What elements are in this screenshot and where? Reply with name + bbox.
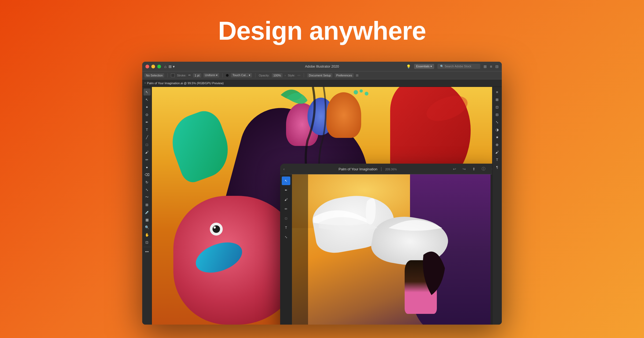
eraser-tool[interactable]: ⌫ <box>144 171 151 178</box>
layers-panel-icon[interactable]: ≡ <box>494 89 501 95</box>
brushes-panel-icon[interactable]: 🖌 <box>494 149 501 156</box>
main-area: ↖ ↖ ✦ ⊙ ✒ T ╱ □ 🖌 ✏ ● ⌫ ↻ ⤡ 〜 ⊞ 💉 ▦ 🔍 ✋ … <box>142 87 502 325</box>
essentials-button[interactable]: Essentials ▾ <box>414 64 434 69</box>
mobile-transform-tool[interactable]: ⤡ <box>282 233 290 241</box>
stroke-icon: ✏ <box>188 74 191 77</box>
search-adobe-stock[interactable]: 🔍 Search Adobe Stock <box>437 64 480 69</box>
layout-icon[interactable]: ≡ <box>490 64 492 69</box>
mobile-select-tool[interactable]: ↖ <box>282 177 290 185</box>
mobile-title-actions: ↩ ↪ ⬆ ⓘ ⚙ <box>451 165 492 173</box>
arrange-icon[interactable]: ⊞ <box>484 64 487 69</box>
more-options-icon[interactable]: ⊞ <box>356 74 358 77</box>
stroke-type[interactable]: Uniform ▾ <box>203 73 219 78</box>
mobile-pencil-tool[interactable]: ✏ <box>282 205 290 213</box>
preferences-button[interactable]: Preferences <box>335 73 354 78</box>
selection-dropdown[interactable]: No Selection <box>144 73 164 78</box>
libraries-panel-icon[interactable]: ⊞ <box>494 96 501 103</box>
touch-cal-dropdown[interactable]: Touch Cal... ▾ <box>231 73 252 78</box>
blob-brush-tool[interactable]: ● <box>144 164 151 171</box>
mobile-layers-icon[interactable]: ≡ <box>491 176 492 185</box>
arrow-right-icon: › <box>285 74 286 77</box>
scale-tool[interactable]: ⤡ <box>144 186 151 193</box>
home-icon[interactable]: ⌂ <box>164 64 166 69</box>
shape-tool[interactable]: □ <box>144 141 151 148</box>
mobile-paint-tool[interactable]: 🖌 <box>282 195 290 204</box>
hand-tool[interactable]: ✋ <box>144 231 151 238</box>
zoom-tool[interactable]: 🔍 <box>144 224 151 231</box>
svg-point-1 <box>360 89 363 93</box>
separator <box>222 73 223 78</box>
type-tool[interactable]: T <box>144 126 151 133</box>
grid-icon[interactable]: ⊞ <box>169 64 172 69</box>
type-panel-icon[interactable]: T <box>494 156 501 163</box>
artwork-flower3 <box>326 92 361 138</box>
selection-tool[interactable]: ↖ <box>144 89 151 95</box>
opacity-value[interactable]: 100% <box>272 73 283 78</box>
appearance-panel-icon[interactable]: ◑ <box>494 126 501 133</box>
close-button[interactable] <box>145 65 149 68</box>
gradient-tool[interactable]: ▦ <box>144 216 151 223</box>
mobile-shape-tool[interactable]: □ <box>282 214 290 223</box>
mobile-content: ↖ ✒ 🖌 ✏ □ T ⤡ <box>280 174 492 325</box>
mobile-window: ‹ Palm of Your Imagination | 209.36% ↩ ↪… <box>280 164 492 325</box>
lasso-tool[interactable]: ⊙ <box>144 111 151 118</box>
style-dropdown[interactable] <box>297 75 301 76</box>
app-title: Adobe Illustrator 2020 <box>305 64 339 68</box>
minimize-button[interactable] <box>151 65 155 68</box>
mobile-redo-button[interactable]: ↪ <box>460 165 468 173</box>
tab-name[interactable]: Palm of Your Imagination.ai @ 99.5% (RGB… <box>147 82 224 85</box>
mobile-settings-button[interactable]: ⚙ <box>489 165 492 173</box>
mobile-type-tool[interactable]: T <box>282 223 290 232</box>
paintbrush-tool[interactable]: 🖌 <box>144 149 151 156</box>
magic-wand-tool[interactable]: ✦ <box>144 104 151 111</box>
mobile-back-button[interactable]: ‹ <box>283 167 285 171</box>
mobile-doc-title: Palm of Your Imagination <box>339 167 378 171</box>
tab-bar: × Palm of Your Imagination.ai @ 99.5% (R… <box>142 79 502 87</box>
svg-point-0 <box>354 90 358 94</box>
title-bar-right: 💡 Essentials ▾ 🔍 Search Adobe Stock ⊞ ≡ … <box>406 64 499 69</box>
free-transform-tool[interactable]: ⊞ <box>144 201 151 208</box>
svg-point-2 <box>365 92 368 95</box>
style-label: Style: <box>288 74 295 77</box>
properties-panel-icon[interactable]: ⊡ <box>494 104 501 111</box>
pen-tool[interactable]: ✒ <box>144 119 151 126</box>
right-panel: ≡ ⊞ ⊡ ⊟ ⤡ ◑ ★ ⊛ 🖌 T ¶ <box>492 87 502 325</box>
symbols-panel-icon[interactable]: ⊛ <box>494 141 501 148</box>
pencil-tool[interactable]: ✏ <box>144 156 151 163</box>
tab-close-icon[interactable]: × <box>144 82 146 84</box>
mobile-transform-panel-icon[interactable]: ⊡ <box>491 212 492 221</box>
mobile-share-button[interactable]: ⬆ <box>470 165 478 173</box>
document-setup-button[interactable]: Document Setup <box>307 73 332 78</box>
traffic-lights <box>145 65 161 68</box>
eyedropper-tool[interactable]: 💉 <box>144 209 151 216</box>
fill-swatch[interactable] <box>171 74 175 77</box>
rotate-tool[interactable]: ↻ <box>144 179 151 186</box>
columns-icon[interactable]: ⊟ <box>495 64 499 69</box>
line-tool[interactable]: ╱ <box>144 134 151 141</box>
stroke-label: Stroke: <box>177 74 186 77</box>
canvas-area: ‹ Palm of Your Imagination | 209.36% ↩ ↪… <box>152 87 492 325</box>
touch-cal-icon <box>226 74 229 77</box>
mobile-right-panel: ≡ ⊞ ◑ ⊟ ⊡ <box>491 174 492 325</box>
mobile-align-icon[interactable]: ⊟ <box>491 203 492 212</box>
more-tools[interactable]: ••• <box>144 248 151 255</box>
stroke-value[interactable]: 1 pt <box>193 73 201 78</box>
opacity-label: Opacity: <box>259 74 269 77</box>
direct-selection-tool[interactable]: ↖ <box>144 96 151 103</box>
mobile-properties-icon[interactable]: ⊞ <box>491 185 492 194</box>
mobile-undo-button[interactable]: ↩ <box>451 165 458 173</box>
mobile-canvas <box>292 174 491 325</box>
mobile-info-button[interactable]: ⓘ <box>480 165 487 173</box>
artboard-tool[interactable]: ⊡ <box>144 239 151 246</box>
maximize-button[interactable] <box>157 65 161 68</box>
desktop-window: ⌂ ⊞ ▾ Adobe Illustrator 2020 💡 Essential… <box>142 62 502 325</box>
canvas-artwork: ‹ Palm of Your Imagination | 209.36% ↩ ↪… <box>152 87 492 325</box>
graphic-styles-icon[interactable]: ★ <box>494 134 501 141</box>
paragraph-panel-icon[interactable]: ¶ <box>494 164 501 171</box>
transform-panel-icon[interactable]: ⤡ <box>494 119 501 126</box>
mobile-pen-tool[interactable]: ✒ <box>282 186 290 194</box>
align-panel-icon[interactable]: ⊟ <box>494 111 501 118</box>
control-bar: No Selection Stroke: ✏ 1 pt Uniform ▾ To… <box>142 71 502 79</box>
mobile-color-icon[interactable]: ◑ <box>491 194 492 203</box>
warp-tool[interactable]: 〜 <box>144 194 151 201</box>
